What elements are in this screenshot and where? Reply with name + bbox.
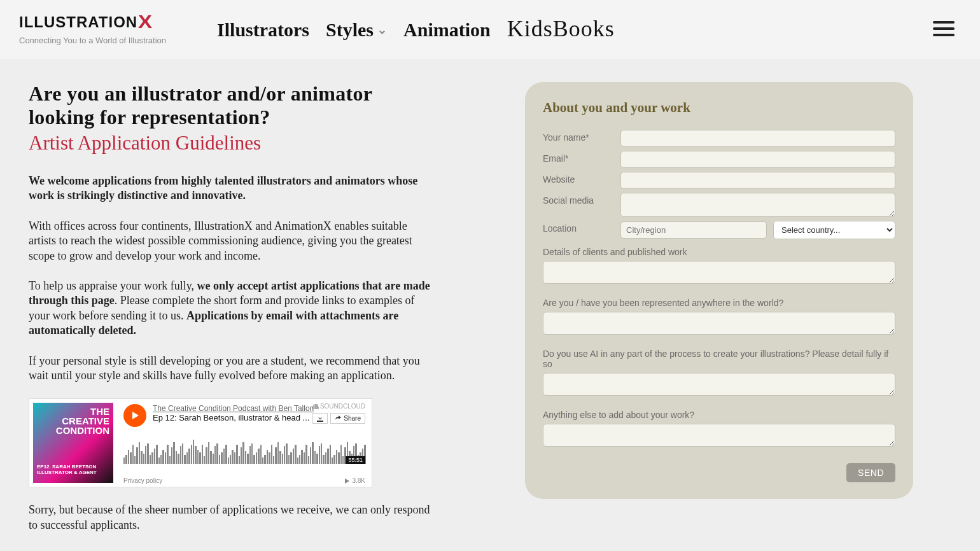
play-count: 3.8K xyxy=(344,477,365,484)
anything-input[interactable] xyxy=(543,424,895,447)
represented-input[interactable] xyxy=(543,312,895,335)
social-label: Social media xyxy=(543,193,614,206)
soundcloud-icon xyxy=(310,404,319,409)
download-button[interactable] xyxy=(312,413,328,424)
privacy-link[interactable]: Privacy policy xyxy=(123,477,162,484)
logo-tagline: Connecting You to a World of Illustratio… xyxy=(19,36,166,45)
nav-kidsbooks[interactable]: KidsBooks xyxy=(507,15,615,42)
nav-illustrators[interactable]: Illustrators xyxy=(217,19,309,41)
page-headline: Are you an illustrator and/or animator l… xyxy=(29,82,436,129)
clients-input[interactable] xyxy=(543,261,895,284)
play-icon xyxy=(130,411,139,420)
ai-label: Do you use AI in any part of the process… xyxy=(543,349,895,369)
location-label: Location xyxy=(543,221,614,234)
website-label: Website xyxy=(543,172,614,185)
content-column: Are you an illustrator and/or animator l… xyxy=(29,82,436,548)
podcast-artwork[interactable]: THE CREATIVE CONDITION EP12. SARAH BEETS… xyxy=(33,403,113,483)
represented-label: Are you / have you been represented anyw… xyxy=(543,298,895,308)
closing-paragraph: Sorry, but because of the sheer number o… xyxy=(29,503,436,533)
name-input[interactable] xyxy=(620,130,895,147)
play-button[interactable] xyxy=(123,404,146,427)
name-label: Your name* xyxy=(543,130,614,143)
intro-paragraph-1: We welcome applications from highly tale… xyxy=(29,174,436,204)
track-duration: 55:51 xyxy=(346,456,365,464)
chevron-down-icon: ⌄ xyxy=(377,23,387,37)
main-nav: Illustrators Styles ⌄ Animation KidsBook… xyxy=(217,15,615,42)
email-input[interactable] xyxy=(620,151,895,168)
soundcloud-brand[interactable]: SOUNDCLOUD xyxy=(310,403,365,410)
form-title: About you and your work xyxy=(543,100,895,116)
logo-text: ILLUSTRATION xyxy=(19,13,137,31)
country-select[interactable]: Select country... xyxy=(773,221,895,239)
logo-x-icon: X xyxy=(138,11,153,32)
intro-paragraph-2: With offices across four continents, Ill… xyxy=(29,219,436,263)
share-button[interactable]: Share xyxy=(330,413,365,424)
menu-burger-icon[interactable] xyxy=(933,21,955,36)
nav-styles[interactable]: Styles ⌄ xyxy=(326,19,387,41)
nav-animation[interactable]: Animation xyxy=(403,19,491,41)
intro-paragraph-4: If your personal style is still developi… xyxy=(29,354,436,384)
clients-label: Details of clients and published work xyxy=(543,247,895,257)
intro-paragraph-3: To help us appraise your work fully, we … xyxy=(29,279,436,338)
ai-input[interactable] xyxy=(543,373,895,396)
send-button[interactable]: SEND xyxy=(846,463,895,482)
page-subhead: Artist Application Guidelines xyxy=(29,132,436,155)
city-input[interactable] xyxy=(620,221,767,239)
podcast-widget: THE CREATIVE CONDITION EP12. SARAH BEETS… xyxy=(29,398,372,487)
waveform[interactable]: 55:51 xyxy=(123,436,365,464)
email-label: Email* xyxy=(543,151,614,164)
website-input[interactable] xyxy=(620,172,895,189)
download-icon xyxy=(317,415,323,422)
share-icon xyxy=(335,415,341,422)
anything-label: Anything else to add about your work? xyxy=(543,410,895,420)
social-input[interactable] xyxy=(620,193,895,217)
site-header: ILLUSTRATIONX Connecting You to a World … xyxy=(0,0,980,60)
play-count-icon xyxy=(344,478,349,484)
logo[interactable]: ILLUSTRATIONX Connecting You to a World … xyxy=(19,11,166,45)
application-form: About you and your work Your name* Email… xyxy=(525,82,913,499)
